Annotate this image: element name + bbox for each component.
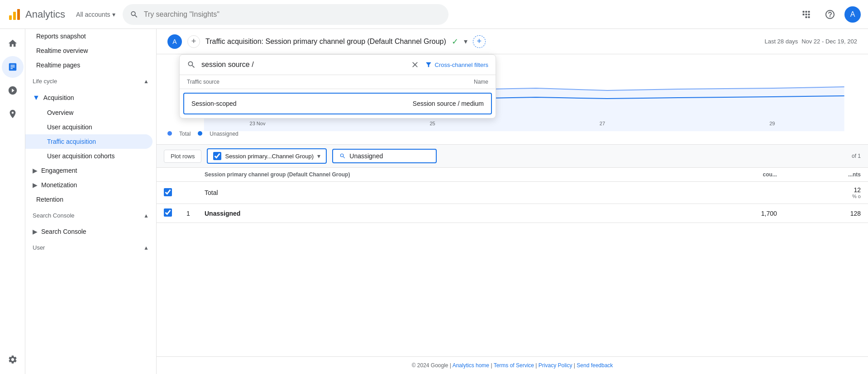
app-logo[interactable]: Analytics (7, 7, 65, 22)
nav-settings[interactable] (2, 349, 24, 370)
dropdown-search-input[interactable] (201, 61, 405, 69)
footer-send-feedback[interactable]: Send feedback (577, 362, 613, 369)
sidebar-item-realtime-pages[interactable]: Realtime pages (25, 58, 153, 72)
unassigned-col4: 128 (784, 204, 868, 223)
dropdown-panel: Cross-channel filters Traffic source Nam… (179, 54, 496, 118)
svg-rect-1 (13, 12, 16, 20)
x-label-4: 29 (769, 121, 775, 126)
dropdown-result-row[interactable]: Session-scoped Session source / medium (183, 93, 492, 114)
search-console-expand-icon: ▶ (33, 228, 38, 235)
table-row-unassigned: 1 Unassigned 1,700 128 (157, 204, 868, 223)
sidebar-item-engagement[interactable]: ▶ Engagement (25, 163, 153, 178)
total-col3 (691, 182, 784, 204)
legend-total-label: Total (179, 131, 191, 137)
analytics-logo-icon (7, 7, 22, 22)
user-chevron-icon: ▲ (143, 245, 149, 251)
sidebar-item-monetization[interactable]: ▶ Monetization (25, 178, 153, 192)
th-count2[interactable]: ...nts (784, 168, 868, 182)
icon-nav (0, 29, 25, 374)
unassigned-col3: 1,700 (691, 204, 784, 223)
accounts-selector[interactable]: All accounts ▾ (76, 11, 115, 18)
footer-sep2: | (535, 362, 537, 369)
footer-copyright: © 2024 Google | (412, 362, 451, 369)
legend-unassigned-indicator (198, 131, 202, 137)
search-bar[interactable] (123, 4, 448, 25)
add-comparison-btn2[interactable]: + (473, 35, 486, 48)
report-header: A + Traffic acquisition: Session primary… (157, 29, 868, 54)
edit-comparison-icon[interactable]: ▾ (464, 37, 467, 46)
unassigned-name: Unassigned (197, 204, 691, 223)
x-label-3: 27 (600, 121, 605, 126)
unassigned-checkbox[interactable] (164, 208, 172, 217)
unassigned-dot (198, 131, 202, 136)
sidebar-item-reports-snapshot[interactable]: Reports snapshot (25, 29, 153, 43)
accounts-label: All accounts (76, 11, 110, 18)
help-icon-button[interactable] (821, 5, 839, 24)
top-bar-actions: A (797, 5, 861, 24)
sidebar-item-realtime-overview[interactable]: Realtime overview (25, 43, 153, 58)
sidebar-item-traffic-acquisition[interactable]: Traffic acquisition (25, 134, 153, 149)
chart-x-labels: 23 Nov 25 27 29 (157, 121, 868, 126)
sidebar-item-search-console[interactable]: ▶ Search Console (25, 224, 153, 239)
table-row-total: Total 12 % o (157, 182, 868, 204)
sidebar-item-user-acquisition[interactable]: User acquisition (25, 120, 153, 134)
apps-icon-button[interactable] (797, 5, 816, 24)
x-label-2: 25 (430, 121, 435, 126)
footer-sep3: | (574, 362, 575, 369)
main-content: A + Traffic acquisition: Session primary… (157, 29, 868, 374)
sidebar-item-acquisition[interactable]: ▼ Acquisition (25, 90, 153, 105)
total-dot (167, 131, 172, 136)
cross-channel-filters-button[interactable]: Cross-channel filters (425, 61, 489, 68)
table-area: Session primary channel group (Default C… (157, 168, 868, 356)
dropdown-clear-icon[interactable] (410, 60, 420, 69)
legend-unassigned-label: Unassigned (210, 131, 238, 137)
dropdown-search-row: Cross-channel filters (180, 55, 496, 75)
dimension-selector[interactable]: Session primary...Channel Group) ▾ (207, 148, 327, 164)
chart-legend: Total Unassigned (167, 131, 238, 137)
report-date-range: Last 28 days Nov 22 - Dec 19, 202 (764, 38, 857, 45)
total-col4: 12 % o (784, 182, 868, 204)
svg-rect-0 (9, 15, 12, 20)
plot-rows-button[interactable]: Plot rows (164, 150, 201, 163)
search-within-input[interactable] (349, 152, 429, 160)
th-num (179, 168, 197, 182)
search-within-container[interactable] (332, 149, 437, 163)
x-label-1: 23 Nov (250, 121, 266, 126)
total-num (179, 182, 197, 204)
th-channel-group[interactable]: Session primary channel group (Default C… (197, 168, 691, 182)
sidebar-item-user-acquisition-cohorts[interactable]: User acquisition cohorts (25, 149, 153, 163)
report-title: Traffic acquisition: Session primary cha… (205, 38, 446, 46)
th-count1[interactable]: cou... (691, 168, 784, 182)
user-section-header[interactable]: User ▲ (25, 239, 156, 256)
reports-snapshot-label: Reports snapshot (36, 33, 86, 40)
search-console-section-header[interactable]: Search Console ▲ (25, 207, 156, 224)
footer-privacy[interactable]: Privacy Policy (539, 362, 572, 369)
nav-reports[interactable] (2, 56, 24, 78)
user-avatar[interactable]: A (844, 6, 861, 23)
report-avatar: A (167, 34, 182, 49)
svg-rect-2 (17, 9, 20, 20)
verified-icon: ✓ (452, 37, 458, 47)
nav-home[interactable] (2, 33, 24, 54)
total-checkbox[interactable] (164, 188, 172, 196)
dropdown-col-name: Name (398, 79, 488, 85)
search-input[interactable] (144, 10, 441, 19)
dimension-checkbox[interactable] (213, 152, 221, 160)
footer: © 2024 Google | Analytics home | Terms o… (157, 356, 868, 374)
sidebar-item-retention[interactable]: Retention (25, 192, 153, 207)
lifecycle-section-header[interactable]: Life cycle ▲ (25, 72, 156, 90)
sidebar-item-overview[interactable]: Overview (25, 105, 153, 120)
realtime-overview-label: Realtime overview (36, 47, 88, 54)
unassigned-num: 1 (179, 204, 197, 223)
search-within-icon (339, 152, 346, 160)
dropdown-header-row: Traffic source Name (180, 75, 496, 89)
table-toolbar: Plot rows Session primary...Channel Grou… (157, 145, 868, 168)
footer-terms[interactable]: Terms of Service (494, 362, 534, 369)
footer-analytics-home[interactable]: Analytics home (453, 362, 489, 369)
data-table: Session primary channel group (Default C… (157, 168, 868, 223)
lifecycle-chevron-icon: ▲ (143, 78, 149, 85)
nav-explore[interactable] (2, 80, 24, 101)
add-comparison-button[interactable]: + (187, 35, 200, 48)
nav-advertising[interactable] (2, 103, 24, 125)
dropdown-result-traffic: Session-scoped (191, 100, 413, 107)
